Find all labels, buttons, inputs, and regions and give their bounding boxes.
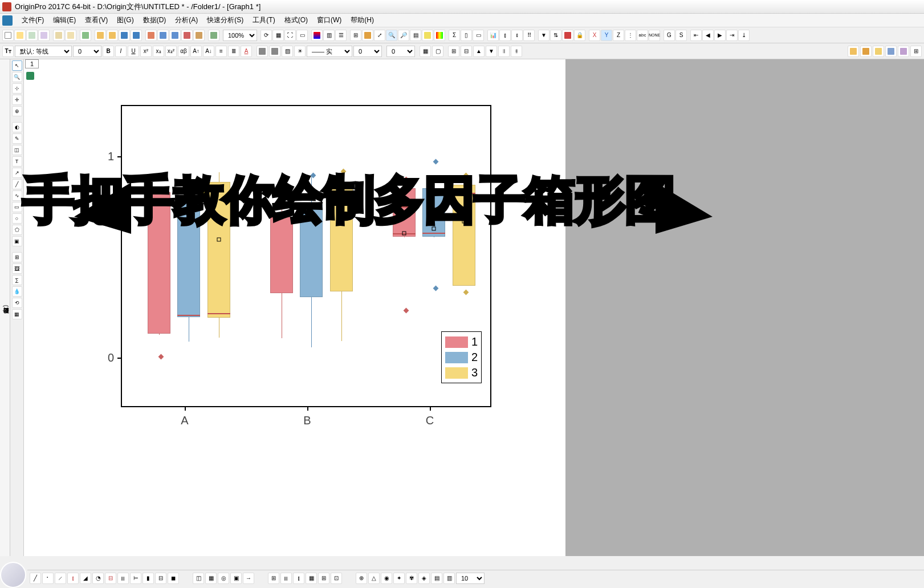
import-db-button[interactable] <box>181 30 193 41</box>
group-plot-button[interactable]: ⊡ <box>331 573 342 584</box>
filter-button[interactable]: ▼ <box>538 30 549 41</box>
draw-tool[interactable]: ✎ <box>12 133 22 144</box>
menu-analysis[interactable]: 分析(A) <box>170 14 202 26</box>
polar-button[interactable]: ⊕ <box>356 573 367 584</box>
layer-mgmt-button[interactable] <box>848 46 859 57</box>
curve-tool[interactable]: ∿ <box>12 190 22 201</box>
label-col-button[interactable]: ⋮ <box>625 30 636 41</box>
stock-button[interactable]: ⊢ <box>130 573 141 584</box>
zoom-tool[interactable]: 🔍 <box>12 72 22 82</box>
new-layout-button[interactable] <box>65 30 76 41</box>
region-rect-tool[interactable]: ▣ <box>12 236 22 246</box>
z-col-button[interactable]: Z <box>613 30 624 41</box>
import-image-button[interactable] <box>193 30 205 41</box>
menu-format[interactable]: 格式(O) <box>280 14 312 26</box>
ternary-button[interactable]: △ <box>368 573 380 584</box>
import-single-button[interactable] <box>157 30 169 41</box>
new-color-button[interactable] <box>311 30 323 41</box>
mask-tool[interactable]: ◐ <box>12 122 22 132</box>
nav-end-button[interactable]: ⤓ <box>738 30 750 41</box>
color-picker-tool[interactable]: 💧 <box>12 286 22 297</box>
table-tool[interactable]: ▦ <box>12 309 22 319</box>
contour-button[interactable]: ◎ <box>218 573 229 584</box>
light-button[interactable] <box>422 30 433 41</box>
back-button[interactable]: ▼ <box>486 46 497 57</box>
menu-tools[interactable]: 工具(T) <box>248 14 279 26</box>
rescale-show-button[interactable]: 🔍 <box>386 30 397 41</box>
line-color-button[interactable] <box>257 46 268 57</box>
panel-project-explorer[interactable]: 项目管理器 (1) <box>2 301 10 314</box>
add-layer-button[interactable] <box>860 46 872 57</box>
light-color-button[interactable]: ☀ <box>294 46 306 57</box>
new-matrix-button[interactable] <box>53 30 64 41</box>
region-tool[interactable]: ◫ <box>12 145 22 155</box>
rect-tool[interactable]: ▭ <box>12 202 22 212</box>
mask-button[interactable] <box>562 30 573 41</box>
insert-image-tool[interactable]: 🖼 <box>12 263 22 274</box>
hist-plot-button[interactable]: ▮ <box>143 573 154 584</box>
g-button[interactable]: G <box>664 30 675 41</box>
themes-button[interactable]: ▤ <box>410 30 421 41</box>
column-plot-button[interactable]: ⫿ <box>67 573 79 584</box>
template-button[interactable]: ☰ <box>335 30 347 41</box>
rescale-button[interactable]: ⤢ <box>374 30 385 41</box>
layer-button[interactable]: ▭ <box>296 30 308 41</box>
polygon-tool[interactable]: ⬠ <box>12 225 22 235</box>
refresh-button[interactable]: ⟳ <box>260 30 272 41</box>
palette-button[interactable]: ▥ <box>323 30 335 41</box>
font-select[interactable]: 默认: 等线 <box>15 46 72 57</box>
arrange-button[interactable]: ⊞ <box>910 46 922 57</box>
hist-button[interactable]: ⫾ <box>511 30 523 41</box>
extra-size-select[interactable]: 0 <box>386 46 415 57</box>
pie-plot-button[interactable]: ◔ <box>92 573 104 584</box>
panel-plot-button[interactable]: ⊞ <box>268 573 279 584</box>
nav-last-button[interactable]: ⇥ <box>726 30 738 41</box>
anti-alias-button[interactable]: ▦ <box>272 30 284 41</box>
rotate-tool[interactable]: ⟲ <box>12 298 22 308</box>
3d-plot-button[interactable]: ◫ <box>193 573 204 584</box>
bar-plot-button[interactable]: ⫿ <box>499 30 511 41</box>
save-button[interactable] <box>119 30 130 41</box>
underline-button[interactable]: U <box>128 46 139 57</box>
radar-button[interactable]: ✦ <box>393 573 405 584</box>
align-h-button[interactable]: ⫴ <box>498 46 510 57</box>
align-v-button[interactable]: ⫵ <box>511 46 522 57</box>
menu-quick[interactable]: 快速分析(S) <box>202 14 248 26</box>
line-width-select[interactable]: 0 <box>353 46 382 57</box>
arrow-tool[interactable]: ↗ <box>12 168 22 178</box>
menu-data[interactable]: 数据(D) <box>139 14 171 26</box>
zoom-select[interactable]: 100% <box>223 30 257 41</box>
piper-button[interactable]: ◈ <box>418 573 430 584</box>
fill-area-button[interactable]: ◼ <box>168 573 179 584</box>
reader-tool[interactable]: ⊹ <box>12 83 22 94</box>
bar-h-button[interactable]: ⫼ <box>117 573 129 584</box>
multi-y-button[interactable]: ⫼ <box>280 573 292 584</box>
fill-color-button[interactable] <box>269 46 280 57</box>
pattern-button[interactable]: ▨ <box>282 46 293 57</box>
full-screen-button[interactable]: ⛶ <box>284 30 296 41</box>
wind-rose-button[interactable]: ✾ <box>406 573 417 584</box>
ungroup-button[interactable]: ⊟ <box>461 46 472 57</box>
text-tool-button[interactable]: Tꭲ <box>2 46 14 57</box>
scatter-button[interactable]: ⠿ <box>523 30 535 41</box>
surface-button[interactable]: ▦ <box>205 573 217 584</box>
stats-sum-button[interactable]: Σ <box>449 30 460 41</box>
image-plot-button[interactable]: ▣ <box>230 573 242 584</box>
insert-graph-tool[interactable]: ⊞ <box>12 252 22 262</box>
legend[interactable]: 1 2 3 <box>441 331 482 383</box>
y-col-button[interactable]: Y <box>601 30 612 41</box>
digitizer-button[interactable] <box>208 30 219 41</box>
graph-canvas[interactable]: 1 0 A B C <box>24 59 565 556</box>
line-scatter-button[interactable]: ⟋ <box>55 573 66 584</box>
nav-prev-button[interactable]: ◀ <box>702 30 714 41</box>
chart-frame[interactable]: 1 0 A B C <box>121 105 491 407</box>
font-color-button[interactable]: A <box>241 46 252 57</box>
bold-button[interactable]: B <box>103 46 114 57</box>
layer-tab[interactable]: 1 <box>25 59 39 68</box>
extract-button[interactable] <box>873 46 884 57</box>
menu-help[interactable]: 帮助(H) <box>346 14 378 26</box>
color-map-button[interactable] <box>434 30 445 41</box>
s-button[interactable]: S <box>675 30 687 41</box>
new-project-button[interactable] <box>2 30 14 41</box>
new-folder-button[interactable] <box>14 30 26 41</box>
